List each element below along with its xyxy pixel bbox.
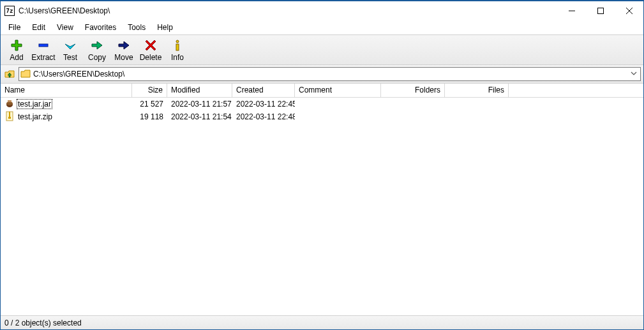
col-size[interactable]: Size [132,84,167,97]
delete-button[interactable]: Delete [137,38,164,63]
svg-rect-1 [597,8,603,14]
menu-bar: File Edit View Favorites Tools Help [1,20,643,34]
file-size: 19 118 [132,112,167,121]
svg-rect-12 [8,117,11,119]
path-combobox[interactable]: C:\Users\GREEN\Desktop\ [19,67,641,81]
add-button[interactable]: Add [3,38,30,63]
file-size: 21 527 [132,100,167,109]
file-icon [4,111,15,123]
file-list[interactable]: test.jar.jar21 5272022-03-11 21:572022-0… [1,98,643,315]
menu-file[interactable]: File [3,22,26,33]
check-icon [63,39,78,52]
extract-button[interactable]: Extract [30,38,57,63]
up-button[interactable] [3,68,16,80]
file-created: 2022-03-11 22:48 [232,112,295,121]
address-bar: C:\Users\GREEN\Desktop\ [1,65,643,84]
app-window: 7z C:\Users\GREEN\Desktop\ File Edit Vie… [0,0,644,330]
move-button[interactable]: Move [110,38,137,63]
title-bar[interactable]: 7z C:\Users\GREEN\Desktop\ [1,1,643,20]
file-name: test.jar.zip [17,112,54,122]
test-button[interactable]: Test [57,38,84,63]
chevron-down-icon[interactable] [629,70,639,79]
test-label: Test [63,53,77,62]
info-label: Info [171,53,184,62]
svg-rect-11 [9,112,10,117]
app-icon: 7z [4,6,15,16]
menu-favorites[interactable]: Favorites [80,22,121,33]
menu-help[interactable]: Help [152,22,178,33]
svg-rect-9 [8,100,11,102]
status-bar: 0 / 2 object(s) selected [1,315,643,329]
column-headers: Name Size Modified Created Comment Folde… [1,84,643,98]
copy-label: Copy [88,53,106,62]
plus-icon [9,39,24,52]
menu-tools[interactable]: Tools [123,22,151,33]
table-row[interactable]: test.jar.jar21 5272022-03-11 21:572022-0… [1,98,643,110]
svg-rect-4 [39,44,48,47]
close-button[interactable] [615,2,643,20]
arrow-right-blue-icon [116,39,131,52]
menu-edit[interactable]: Edit [27,22,50,33]
menu-view[interactable]: View [52,22,79,33]
col-comment[interactable]: Comment [295,84,381,97]
col-files[interactable]: Files [445,84,509,97]
col-created[interactable]: Created [232,84,295,97]
arrow-right-green-icon [89,39,105,52]
extract-label: Extract [31,53,55,62]
file-icon [4,98,15,110]
minimize-button[interactable] [557,2,586,20]
file-modified: 2022-03-11 21:57 [167,100,232,109]
svg-point-5 [176,40,179,43]
status-text: 0 / 2 object(s) selected [4,319,82,327]
add-label: Add [10,53,23,62]
col-name[interactable]: Name [1,84,132,97]
toolbar: Add Extract Test Copy Move [1,34,643,65]
table-row[interactable]: test.jar.zip19 1182022-03-11 21:542022-0… [1,110,643,123]
folder-up-icon [4,69,15,79]
file-created: 2022-03-11 22:45 [232,100,295,109]
window-title: C:\Users\GREEN\Desktop\ [19,6,115,15]
copy-button[interactable]: Copy [84,38,110,63]
maximize-button[interactable] [586,2,615,20]
x-icon [143,39,158,52]
info-button[interactable]: Info [164,38,191,63]
move-label: Move [114,53,133,62]
delete-label: Delete [140,53,162,62]
col-modified[interactable]: Modified [167,84,232,97]
col-folders[interactable]: Folders [381,84,445,97]
svg-rect-6 [176,44,179,50]
folder-icon [20,69,31,79]
minus-icon [36,39,51,52]
info-icon [170,39,185,52]
file-modified: 2022-03-11 21:54 [167,112,232,121]
file-name: test.jar.jar [17,99,52,109]
path-text: C:\Users\GREEN\Desktop\ [33,70,629,79]
